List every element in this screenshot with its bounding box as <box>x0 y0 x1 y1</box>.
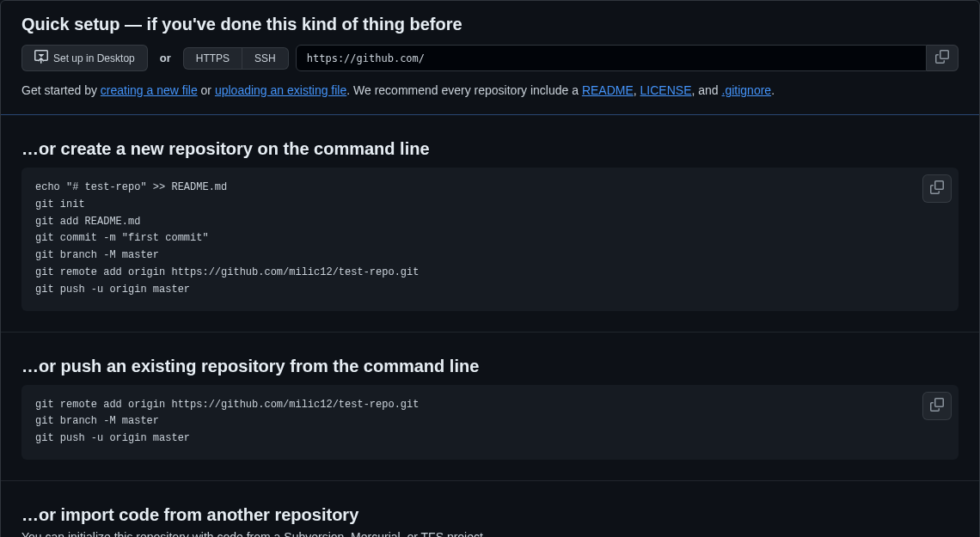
push-code-wrap: git remote add origin https://github.com… <box>21 385 959 460</box>
clone-url-input[interactable] <box>296 45 927 71</box>
protocol-toggle: HTTPS SSH <box>183 47 289 70</box>
push-code-block[interactable]: git remote add origin https://github.com… <box>21 385 959 460</box>
create-repo-section: …or create a new repository on the comma… <box>1 115 979 333</box>
ssh-button[interactable]: SSH <box>242 47 289 70</box>
copy-icon <box>930 398 944 414</box>
setup-desktop-button[interactable]: Set up in Desktop <box>21 45 148 71</box>
copy-create-code-button[interactable] <box>922 174 952 203</box>
setup-desktop-label: Set up in Desktop <box>53 52 135 64</box>
desktop-icon <box>34 50 48 66</box>
create-code-block[interactable]: echo "# test-repo" >> README.md git init… <box>21 168 959 311</box>
copy-push-code-button[interactable] <box>922 392 952 420</box>
push-repo-section: …or push an existing repository from the… <box>1 333 979 481</box>
copy-icon <box>935 50 949 66</box>
clone-url-group <box>296 45 959 71</box>
import-desc: You can initialize this repository with … <box>21 530 959 537</box>
import-repo-heading: …or import code from another repository <box>21 505 959 525</box>
gitignore-link[interactable]: .gitignore <box>722 83 772 97</box>
push-repo-heading: …or push an existing repository from the… <box>21 357 959 376</box>
import-repo-section: …or import code from another repository … <box>1 481 979 537</box>
license-link[interactable]: LICENSE <box>640 83 692 97</box>
quick-setup-section: Quick setup — if you've done this kind o… <box>1 1 979 115</box>
readme-link[interactable]: README <box>582 83 634 97</box>
create-repo-heading: …or create a new repository on the comma… <box>21 139 959 159</box>
https-button[interactable]: HTTPS <box>183 47 242 70</box>
create-file-link[interactable]: creating a new file <box>101 83 198 97</box>
or-separator: or <box>155 52 176 64</box>
upload-file-link[interactable]: uploading an existing file <box>215 83 346 97</box>
help-text: Get started by creating a new file or up… <box>21 83 959 97</box>
create-code-wrap: echo "# test-repo" >> README.md git init… <box>21 168 959 311</box>
setup-controls-row: Set up in Desktop or HTTPS SSH <box>21 45 959 71</box>
copy-url-button[interactable] <box>927 45 959 71</box>
copy-icon <box>930 180 944 197</box>
quick-setup-heading: Quick setup — if you've done this kind o… <box>21 15 959 34</box>
